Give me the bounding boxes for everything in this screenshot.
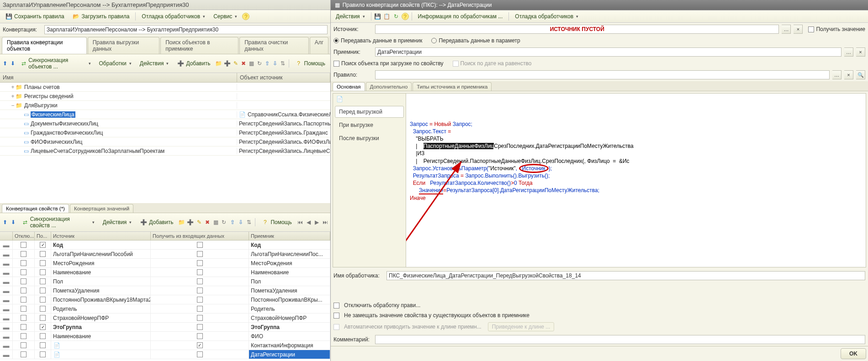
save-rules-button[interactable]: 💾Сохранить правила bbox=[2, 11, 68, 21]
disable-checkbox[interactable] bbox=[21, 288, 26, 293]
nav-prev-icon[interactable]: ◀ bbox=[305, 219, 312, 226]
refresh-icon[interactable]: ↻ bbox=[392, 13, 400, 20]
po-checkbox[interactable] bbox=[40, 269, 46, 275]
grid-row[interactable]: ▬ЭтоГруппаЭтоГруппа bbox=[0, 323, 330, 332]
drag-handle-icon[interactable]: ▬ bbox=[3, 241, 10, 249]
help-icon[interactable]: ? bbox=[402, 13, 409, 20]
load-rules-button[interactable]: 📂Загрузить правила bbox=[69, 11, 133, 21]
search-on-load-checkbox[interactable] bbox=[333, 61, 339, 67]
disable-checkbox[interactable] bbox=[21, 278, 26, 284]
grid-row[interactable]: ▬ПостоянноПроживалВКрыму18Марта2...Посто… bbox=[0, 295, 330, 304]
tree-row[interactable]: −📁ДляВыгрузки bbox=[0, 101, 330, 110]
grid-row[interactable]: ▬МестоРожденияМестоРождения bbox=[0, 259, 330, 268]
get-incoming-checkbox[interactable] bbox=[197, 288, 203, 293]
grid-row[interactable]: ▬НаименованиеФИО bbox=[0, 332, 330, 341]
filter-icon[interactable]: ▦ bbox=[249, 60, 254, 67]
po-checkbox[interactable] bbox=[40, 315, 46, 321]
arrow-up-icon[interactable]: ⬆ bbox=[2, 219, 8, 226]
receiver-clear-button[interactable]: × bbox=[856, 47, 865, 57]
get-incoming-checkbox[interactable] bbox=[197, 306, 203, 312]
get-incoming-checkbox[interactable] bbox=[197, 242, 203, 248]
source-picker-button[interactable]: … bbox=[782, 25, 791, 34]
get-incoming-checkbox[interactable] bbox=[197, 351, 203, 357]
tree-body[interactable]: +📁Планы счетов+📁Регистры сведений−📁ДляВы… bbox=[0, 83, 330, 203]
get-incoming-checkbox[interactable] bbox=[197, 278, 203, 284]
main-tab-4[interactable]: Алг bbox=[310, 37, 328, 54]
nav-last-icon[interactable]: ⏭ bbox=[322, 219, 328, 226]
tree-row[interactable]: ▭ДокументыФизическихЛицРегистрСведенийЗа… bbox=[0, 119, 330, 128]
drag-handle-icon[interactable]: ▬ bbox=[3, 251, 10, 258]
dialog-tab-2[interactable]: Типы источника и приемника bbox=[413, 82, 492, 91]
source-clear-button[interactable]: × bbox=[794, 25, 803, 34]
rule-search-button[interactable]: 🔍 bbox=[856, 70, 865, 79]
ok-button[interactable]: OK bbox=[841, 348, 866, 359]
handlers-info-button[interactable]: Информация по обработчикам ... bbox=[415, 12, 506, 21]
drag-handle-icon[interactable]: ▬ bbox=[3, 351, 10, 358]
drag-handle-icon[interactable]: ▬ bbox=[3, 287, 10, 294]
sort-icon[interactable]: ⇅ bbox=[246, 219, 252, 226]
arrow-up-icon[interactable]: ⬆ bbox=[2, 60, 8, 67]
po-checkbox[interactable] bbox=[40, 278, 46, 284]
disable-checkbox[interactable] bbox=[21, 269, 26, 275]
save-icon[interactable]: 💾 bbox=[374, 13, 381, 20]
add-item-icon[interactable]: ➕ bbox=[224, 60, 231, 67]
drag-handle-icon[interactable]: ▬ bbox=[3, 305, 10, 313]
get-value-checkbox[interactable] bbox=[808, 26, 814, 32]
disable-checkbox[interactable] bbox=[21, 324, 26, 330]
help-button[interactable]: ?Помощь bbox=[292, 58, 328, 68]
disable-checkbox[interactable] bbox=[21, 342, 26, 348]
no-replace-checkbox[interactable] bbox=[333, 313, 339, 319]
receiver-picker-button[interactable]: … bbox=[844, 47, 853, 57]
date-equality-checkbox[interactable] bbox=[453, 61, 459, 67]
drag-handle-icon[interactable]: ▬ bbox=[3, 296, 10, 303]
code-editor[interactable]: Запрос = Новый Запрос; Запрос.Текст = "В… bbox=[406, 94, 866, 267]
nav-next-icon[interactable]: ▶ bbox=[313, 219, 320, 226]
event-item[interactable]: При выгрузке bbox=[335, 119, 404, 131]
main-tab-1[interactable]: Правила выгрузки данных bbox=[88, 37, 159, 54]
disable-checkbox[interactable] bbox=[21, 315, 26, 321]
drag-handle-icon[interactable]: ▬ bbox=[3, 278, 10, 285]
disable-rule-checkbox[interactable] bbox=[333, 303, 339, 309]
move-down-icon[interactable]: ⇩ bbox=[272, 60, 278, 67]
processors-menu[interactable]: Обработки bbox=[96, 59, 135, 68]
disable-checkbox[interactable] bbox=[21, 351, 26, 357]
disable-checkbox[interactable] bbox=[21, 251, 26, 257]
grid-body[interactable]: ▬КодКод▬ЛьготаПриНачисленииПособийЛьгота… bbox=[0, 241, 330, 361]
delete-icon[interactable]: ✖ bbox=[241, 60, 247, 67]
move-down-icon[interactable]: ⇩ bbox=[238, 219, 244, 226]
main-tab-3[interactable]: Правила очистки данных bbox=[239, 37, 308, 54]
event-item[interactable]: После выгрузки bbox=[335, 132, 404, 144]
actions-menu[interactable]: Действия bbox=[137, 59, 172, 68]
drag-handle-icon[interactable]: ▬ bbox=[3, 333, 10, 340]
get-incoming-checkbox[interactable] bbox=[197, 297, 203, 303]
sort-icon[interactable]: ⇅ bbox=[280, 60, 286, 67]
add-folder-icon[interactable]: 📁 bbox=[215, 60, 222, 67]
po-checkbox[interactable] bbox=[40, 297, 46, 303]
main-tab-2[interactable]: Поиск объектов в приемнике bbox=[160, 37, 238, 54]
help-icon[interactable]: ? bbox=[242, 13, 249, 20]
edit-icon[interactable]: ✎ bbox=[233, 60, 238, 67]
tree-row[interactable]: ▭ЛицевыеСчетаСотрудниковПоЗарплатнымПрое… bbox=[0, 146, 330, 156]
disable-checkbox[interactable] bbox=[21, 306, 26, 312]
move-up-icon[interactable]: ⇧ bbox=[264, 60, 270, 67]
sub-tab-1[interactable]: Конвертация значений bbox=[70, 204, 133, 213]
auto-length-checkbox[interactable] bbox=[333, 324, 339, 330]
grid-row[interactable]: ▬СтраховойНомерПФРСтраховойНомерПФР bbox=[0, 314, 330, 323]
comment-input[interactable] bbox=[375, 335, 865, 344]
drag-handle-icon[interactable]: ▬ bbox=[3, 324, 10, 331]
disable-checkbox[interactable] bbox=[21, 242, 26, 248]
get-incoming-checkbox[interactable] bbox=[197, 315, 203, 321]
source-input[interactable]: ИСТОЧНИК ПУСТОЙ bbox=[375, 25, 779, 34]
grid-row[interactable]: ▬РодительРодитель bbox=[0, 304, 330, 314]
move-up-icon[interactable]: ⇧ bbox=[229, 219, 236, 226]
disable-checkbox[interactable] bbox=[21, 260, 26, 266]
grid-actions-menu[interactable]: Действия bbox=[100, 218, 135, 227]
copy-icon[interactable]: 📋 bbox=[383, 13, 391, 20]
grid-add-button[interactable]: ➕Добавить bbox=[137, 217, 176, 227]
drag-handle-icon[interactable]: ▬ bbox=[3, 260, 10, 267]
get-incoming-checkbox[interactable] bbox=[197, 251, 203, 257]
rule-input[interactable] bbox=[375, 70, 830, 79]
dialog-tab-1[interactable]: Дополнительно bbox=[366, 82, 412, 91]
po-checkbox[interactable] bbox=[40, 242, 46, 248]
get-incoming-checkbox[interactable] bbox=[197, 269, 203, 275]
